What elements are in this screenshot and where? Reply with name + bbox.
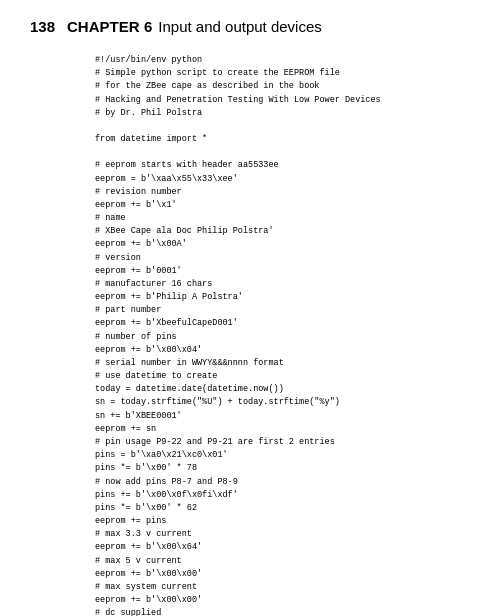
page-container: 138 CHAPTER 6 Input and output devices #… (0, 0, 500, 616)
page-header: 138 CHAPTER 6 Input and output devices (0, 0, 500, 46)
page-number: 138 (30, 18, 55, 35)
code-block: #!/usr/bin/env python # Simple python sc… (0, 46, 500, 616)
chapter-title: Input and output devices (158, 18, 321, 35)
chapter-label: CHAPTER (67, 18, 140, 35)
chapter-number: 6 (144, 18, 152, 35)
